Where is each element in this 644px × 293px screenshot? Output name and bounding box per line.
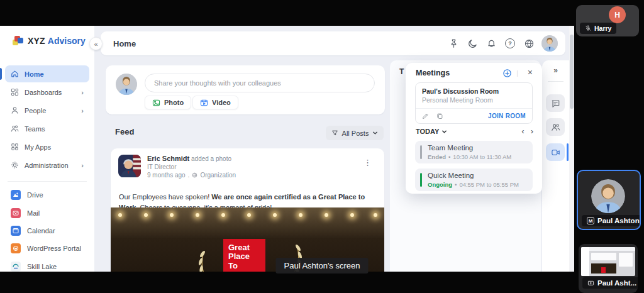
chevron-right-icon: › [81,107,84,114]
sidebar-app-label: Calendar [27,227,55,235]
previous-day-chevron[interactable]: ‹ [521,126,524,136]
copy-icon[interactable] [436,113,443,119]
next-day-chevron[interactable]: › [531,126,533,136]
dot-separator: • [448,153,450,160]
gear-icon [11,161,19,169]
meeting-time: 04:55 PM to 05:55 PM [459,181,519,188]
sidebar-item-label: Teams [25,125,45,133]
people-widget-button[interactable] [546,118,565,136]
post-timestamp: 9 months ago [147,171,186,179]
post-options-kebab-icon[interactable]: ⋮ [360,157,375,168]
post-audience: Organization [200,171,236,179]
room-name: Paul's Discussion Room [422,87,499,95]
badge-line: Place [228,252,265,261]
sidebar-app-calendar[interactable]: Calendar [5,223,89,239]
expand-chevrons-icon[interactable]: » [542,65,569,75]
meeting-status: Ongoing [428,181,452,188]
meetings-title: Meetings [416,69,450,77]
meeting-time: 10:30 AM to 11:30 AM [453,153,511,160]
audience-globe-icon [192,172,197,178]
room-divider [416,108,532,109]
meeting-status: Ended [428,153,446,160]
sidebar-app-wordpress-portal[interactable]: WordPress Portal [5,240,89,257]
meeting-status-bar [420,173,422,187]
collapse-chevrons-icon: « [94,40,97,48]
meetings-widget-button[interactable] [546,143,565,161]
brand-name-primary: XYZ [28,36,45,46]
sidebar-app-label: Drive [27,191,43,199]
sidebar: XYZ Advisory Home Dashboards › People › … [0,26,94,272]
feed-post: Eric Schmidt added a photo IT Director 9… [111,148,384,272]
active-widget-indicator [567,143,569,161]
sidebar-item-administration[interactable]: Administration › [5,157,89,174]
dark-mode-moon-icon[interactable] [466,37,479,50]
laurel-left [192,246,214,272]
post-author-avatar [118,155,141,177]
meeting-item-quick-meeting[interactable]: Quick Meeting Ongoing•04:55 PM to 05:55 … [415,169,533,191]
join-room-button[interactable]: JOIN ROOM [488,113,526,119]
participant-tile-harry[interactable]: H Harry [576,5,639,36]
chevron-right-icon: › [81,162,84,169]
chevron-down-icon [372,130,378,136]
help-icon[interactable]: ? [504,37,516,50]
photo-button-label: Photo [164,99,184,106]
sidebar-collapse-button[interactable]: « [89,37,103,50]
participant-name: Paul Asht... [597,279,636,287]
person-icon [11,106,19,114]
notifications-bell-icon[interactable] [485,37,497,50]
scrollbar-thumb[interactable] [570,35,574,109]
meeting-title: Team Meeting [428,144,473,152]
sidebar-item-people[interactable]: People › [5,102,89,119]
sidebar-item-dashboards[interactable]: Dashboards › [5,84,89,101]
feed-filter-label: All Posts [342,130,369,137]
filter-funnel-icon [331,130,338,136]
header-divider: | [516,69,518,77]
dashboards-icon [11,88,19,96]
sidebar-item-my-apps[interactable]: My Apps [5,138,89,155]
feed-filter-dropdown[interactable]: All Posts [326,126,384,140]
post-composer: Photo Video [106,65,385,114]
language-globe-icon[interactable] [523,37,535,50]
day-label: TODAY [416,128,439,135]
day-selector[interactable]: TODAY [416,128,447,135]
edit-pencil-icon[interactable] [422,113,429,119]
brand-name-secondary: Advisory [48,36,86,46]
video-button[interactable]: Video [192,96,238,109]
sidebar-app-drive[interactable]: Drive [5,187,89,203]
post-meta: Eric Schmidt added a photo IT Director 9… [147,154,236,179]
add-meeting-plus-icon[interactable] [502,69,512,78]
post-author-name[interactable]: Eric Schmidt [147,155,189,162]
mail-icon [11,208,21,218]
moderator-badge: M [587,217,594,224]
brand-logo[interactable]: XYZ Advisory [13,36,86,46]
great-place-to-work-badge: Great Place To [223,239,265,272]
question-mark-glyph: ? [505,38,515,48]
page-scrollbar[interactable] [569,26,574,272]
badge-line: To [228,262,265,270]
badge-line: Great [228,243,265,252]
close-icon[interactable]: × [528,67,533,77]
participant-name: Paul Ashton [597,217,640,224]
profile-avatar[interactable] [541,35,558,52]
sidebar-app-skill-lake[interactable]: Skill Lake [5,258,89,272]
participant-initial-avatar: H [609,6,626,23]
screen-share-icon [587,280,594,287]
meeting-status-bar [420,145,422,159]
feed-title: Feed [115,127,134,136]
calendar-icon [11,226,21,236]
sidebar-app-mail[interactable]: Mail [5,205,89,221]
meeting-item-team-meeting[interactable]: Team Meeting Ended•10:30 AM to 11:30 AM [415,141,533,163]
sidebar-item-home[interactable]: Home [5,65,89,82]
shared-screen: XYZ Advisory Home Dashboards › People › … [0,26,574,272]
screen-share-preview-tile[interactable]: Paul Asht... [579,244,638,293]
video-button-label: Video [212,99,231,106]
active-nav-indicator [0,68,2,80]
participant-tile-paul-ashton[interactable]: M Paul Ashton [577,170,641,230]
composer-input[interactable] [145,74,375,92]
sidebar-item-teams[interactable]: Teams [5,120,89,137]
personal-room-card: Paul's Discussion Room Personal Meeting … [415,82,533,124]
brand-logo-icon [13,36,23,46]
chat-widget-button[interactable] [546,94,565,112]
photo-button[interactable]: Photo [145,96,191,109]
pin-icon[interactable] [447,37,460,50]
